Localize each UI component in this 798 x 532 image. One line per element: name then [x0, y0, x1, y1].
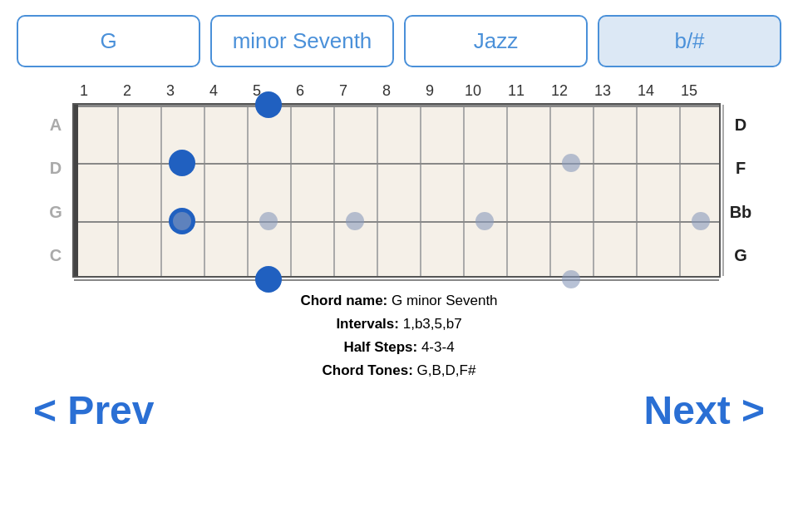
- fret-num-15: 15: [667, 82, 711, 100]
- fret-line-2: [160, 105, 162, 276]
- string-label-c: C: [42, 246, 69, 265]
- fret-num-3: 3: [149, 82, 192, 100]
- gray-dot-6: [562, 270, 580, 288]
- chord-tones-value: G,B,D,F#: [417, 362, 476, 378]
- gray-dot-3: [346, 212, 364, 230]
- intervals-label: Intervals:: [336, 316, 399, 332]
- fret-line-3: [204, 105, 205, 276]
- fret-num-1: 1: [62, 82, 106, 100]
- string-label-g: G: [42, 203, 69, 222]
- fret-line-12: [593, 105, 594, 276]
- fret-num-2: 2: [106, 82, 149, 100]
- fret-line-6: [333, 105, 335, 276]
- half-steps-line: Half Steps: 4-3-4: [300, 336, 497, 359]
- fret-line-15: [722, 105, 724, 276]
- string-label-right-d: D: [726, 116, 756, 135]
- gray-dot-5: [692, 212, 710, 230]
- fret-line-5: [290, 105, 292, 276]
- fret-num-4: 4: [192, 82, 235, 100]
- chord-info: Chord name: G minor Seventh Intervals: 1…: [300, 289, 497, 382]
- half-steps-value: 4-3-4: [421, 339, 455, 355]
- fret-num-14: 14: [624, 82, 667, 100]
- intervals-line: Intervals: 1,b3,5,b7: [300, 313, 497, 336]
- blue-dot-3: [255, 266, 282, 293]
- accidental-button[interactable]: b/#: [598, 15, 781, 67]
- string-label-right-bb: Bb: [726, 203, 756, 222]
- nut-line: [74, 105, 78, 276]
- gray-dot-0: [562, 154, 580, 172]
- chord-name-label: Chord name:: [300, 293, 387, 308]
- chord-type-button[interactable]: minor Seventh: [210, 15, 394, 67]
- root-note-button[interactable]: G: [17, 15, 200, 67]
- chord-name-line: Chord name: G minor Seventh: [300, 289, 497, 313]
- string-line-0: [74, 105, 719, 107]
- blue-dot-0: [255, 91, 282, 118]
- fret-num-10: 10: [451, 82, 495, 100]
- fret-number-row: 1 2 3 4 5 6 7 8 9 10 11 12 13 14 15: [62, 82, 761, 100]
- string-label-right-f: F: [726, 159, 756, 178]
- string-labels-right: D F Bb G: [726, 103, 756, 278]
- gray-dot-2: [259, 212, 278, 230]
- fret-num-6: 6: [278, 82, 322, 100]
- fretboard-area: A D G C D F Bb G: [17, 103, 781, 278]
- fret-line-9: [463, 105, 465, 276]
- string-labels-left: A D G C: [42, 103, 69, 278]
- chord-tones-line: Chord Tones: G,B,D,F#: [300, 359, 497, 382]
- gray-dot-1: [173, 212, 191, 230]
- next-button[interactable]: Next >: [644, 387, 765, 433]
- fret-line-10: [506, 105, 508, 276]
- fret-line-14: [679, 105, 681, 276]
- fret-num-13: 13: [581, 82, 624, 100]
- fret-line-13: [636, 105, 638, 276]
- gray-dot-4: [475, 212, 494, 230]
- fretboard[interactable]: [72, 103, 721, 278]
- string-label-right-g: G: [726, 246, 756, 265]
- fret-line-7: [377, 105, 378, 276]
- half-steps-label: Half Steps:: [343, 339, 417, 355]
- fret-line-11: [549, 105, 551, 276]
- string-label-a: A: [42, 116, 69, 135]
- fret-num-8: 8: [365, 82, 408, 100]
- intervals-value: 1,b3,5,b7: [403, 316, 462, 332]
- top-selector-row: G minor Seventh Jazz b/#: [17, 15, 781, 67]
- fret-num-9: 9: [408, 82, 451, 100]
- fret-line-8: [420, 105, 421, 276]
- fret-num-7: 7: [322, 82, 365, 100]
- chord-name-value: G minor Seventh: [392, 293, 498, 308]
- fret-line-1: [117, 105, 119, 276]
- navigation-row: < Prev Next >: [17, 387, 781, 433]
- voicing-button[interactable]: Jazz: [404, 15, 588, 67]
- string-line-3: [74, 279, 719, 281]
- prev-button[interactable]: < Prev: [33, 387, 154, 433]
- fret-num-12: 12: [538, 82, 581, 100]
- blue-dot-1: [169, 150, 195, 176]
- chord-tones-label: Chord Tones:: [323, 362, 413, 378]
- string-label-d: D: [42, 159, 69, 178]
- fret-num-11: 11: [495, 82, 538, 100]
- fret-line-4: [247, 105, 249, 276]
